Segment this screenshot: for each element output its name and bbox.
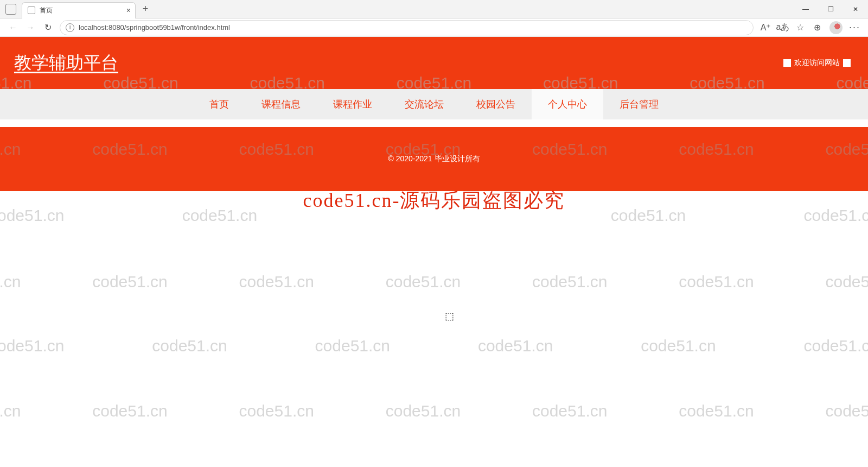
- site-footer: © 2020-2021 毕业设计所有: [0, 127, 868, 191]
- tab-actions-icon[interactable]: [5, 4, 16, 15]
- nav-campus-announcement[interactable]: 校园公告: [460, 89, 532, 119]
- content-strip: [0, 119, 868, 127]
- nav-forum[interactable]: 交流论坛: [388, 89, 460, 119]
- welcome-text: 欢迎访问网站: [780, 58, 854, 68]
- site-info-icon[interactable]: i: [66, 23, 74, 32]
- browser-address-bar: ← → ↻ i localhost:8080/springboot59b1w/f…: [0, 18, 868, 37]
- url-text: localhost:8080/springboot59b1w/front/ind…: [79, 23, 230, 31]
- window-maximize-button[interactable]: ❐: [818, 0, 843, 18]
- settings-menu-icon[interactable]: ···: [846, 22, 864, 33]
- nav-course-info[interactable]: 课程信息: [245, 89, 317, 119]
- watermark-row: code51.cn code51.cn code51.cn code51.cn …: [0, 337, 868, 355]
- profile-avatar[interactable]: [829, 21, 843, 34]
- watermark-row: code51.cn code51.cn code51.cn code51.cn …: [0, 273, 868, 291]
- window-close-button[interactable]: ✕: [843, 0, 868, 18]
- window-controls: — ❐ ✕: [793, 0, 868, 18]
- watermark-row: code51.cn code51.cn code51.cn code51.cn …: [0, 402, 868, 420]
- page-root: 教学辅助平台 欢迎访问网站 首页 课程信息 课程作业 交流论坛 校园公告 个人中…: [0, 37, 868, 191]
- browser-tab[interactable]: 首页 ×: [22, 2, 136, 18]
- collections-icon[interactable]: ⊕: [809, 20, 826, 36]
- url-input[interactable]: i localhost:8080/springboot59b1w/front/i…: [60, 20, 754, 35]
- nav-admin[interactable]: 后台管理: [603, 89, 675, 119]
- browser-titlebar: 首页 × + — ❐ ✕: [0, 0, 868, 18]
- nav-refresh-button[interactable]: ↻: [39, 20, 56, 36]
- window-minimize-button[interactable]: —: [793, 0, 818, 18]
- nav-personal-center[interactable]: 个人中心: [532, 89, 603, 119]
- toolbar-right: A⁺ aあ ☆ ⊕ ···: [757, 20, 864, 36]
- site-title[interactable]: 教学辅助平台: [14, 51, 118, 75]
- watermark-row: code51.cn code51.cn code51.cn code51.cn: [0, 206, 868, 225]
- watermark-overlay-text: code51.cn-源码乐园盗图必究: [0, 187, 868, 214]
- nav-back-button[interactable]: ←: [4, 20, 22, 36]
- nav-home[interactable]: 首页: [193, 89, 245, 119]
- cursor-icon: ⬚: [445, 310, 454, 322]
- tab-strip: 首页 × +: [0, 0, 153, 18]
- footer-text: © 2020-2021 毕业设计所有: [388, 154, 480, 164]
- new-tab-button[interactable]: +: [138, 2, 153, 17]
- favorites-icon[interactable]: ☆: [792, 20, 809, 36]
- page-favicon-icon: [28, 7, 35, 14]
- nav-course-homework[interactable]: 课程作业: [317, 89, 388, 119]
- tab-title: 首页: [40, 6, 53, 15]
- site-header: 教学辅助平台 欢迎访问网站: [0, 37, 868, 89]
- main-nav: 首页 课程信息 课程作业 交流论坛 校园公告 个人中心 后台管理: [0, 89, 868, 119]
- nav-forward-button[interactable]: →: [22, 20, 39, 36]
- read-aloud-icon[interactable]: A⁺: [757, 20, 774, 36]
- close-tab-icon[interactable]: ×: [126, 6, 131, 15]
- translate-icon[interactable]: aあ: [774, 20, 792, 36]
